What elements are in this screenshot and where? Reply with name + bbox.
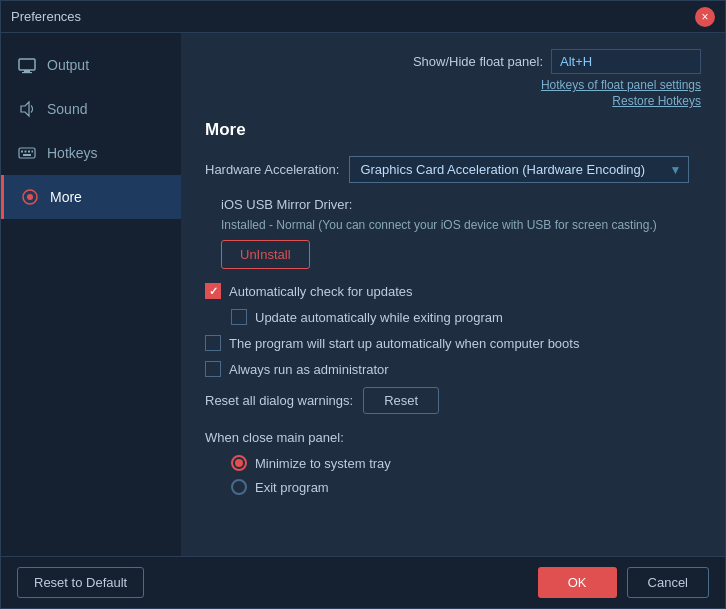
cancel-button[interactable]: Cancel [627,567,709,598]
sidebar-label-more: More [50,189,82,205]
radio-exit[interactable]: Exit program [231,479,701,495]
sidebar: Output Sound [1,33,181,556]
reset-label: Reset all dialog warnings: [205,393,353,408]
preferences-dialog: Preferences × Output [0,0,726,609]
more-icon [20,187,40,207]
reset-button[interactable]: Reset [363,387,439,414]
content-area: Show/Hide float panel: Hotkeys of float … [181,33,725,556]
dialog-body: Output Sound [1,33,725,556]
svg-marker-3 [21,102,29,116]
show-hide-label: Show/Hide float panel: [413,54,543,69]
hardware-label: Hardware Acceleration: [205,162,339,177]
svg-rect-9 [23,154,31,156]
when-close-label: When close main panel: [205,430,701,445]
sidebar-item-hotkeys[interactable]: Hotkeys [1,131,181,175]
sidebar-item-sound[interactable]: Sound [1,87,181,131]
sound-icon [17,99,37,119]
radio-minimize-label: Minimize to system tray [255,456,391,471]
reset-default-button[interactable]: Reset to Default [17,567,144,598]
sidebar-label-hotkeys: Hotkeys [47,145,98,161]
radio-minimize-btn[interactable] [231,455,247,471]
hardware-row: Hardware Acceleration: Graphics Card Acc… [205,156,701,183]
hardware-dropdown-wrapper: Graphics Card Acceleration (Hardware Enc… [349,156,689,183]
reset-row: Reset all dialog warnings: Reset [205,387,701,414]
checkboxes-section: Automatically check for updates Update a… [205,283,701,377]
svg-rect-4 [19,148,35,158]
output-icon [17,55,37,75]
radio-minimize[interactable]: Minimize to system tray [231,455,701,471]
uninstall-button[interactable]: UnInstall [221,240,310,269]
checkbox-run-admin[interactable]: Always run as administrator [205,361,701,377]
ios-status: Installed - Normal (You can connect your… [221,218,701,232]
section-title: More [205,120,701,140]
sidebar-item-output[interactable]: Output [1,43,181,87]
checkbox-auto-update-label: Update automatically while exiting progr… [255,310,503,325]
svg-rect-2 [22,72,32,73]
footer-buttons: OK Cancel [538,567,709,598]
ios-label: iOS USB Mirror Driver: [221,197,701,212]
close-button[interactable]: × [695,7,715,27]
hotkeys-links: Hotkeys of float panel settings Restore … [205,78,701,108]
checkbox-run-admin-label: Always run as administrator [229,362,389,377]
ok-button[interactable]: OK [538,567,617,598]
checkbox-auto-update[interactable]: Update automatically while exiting progr… [231,309,701,325]
hotkeys-float-link[interactable]: Hotkeys of float panel settings [541,78,701,92]
svg-point-11 [27,194,33,200]
svg-rect-6 [25,151,27,153]
ios-section: iOS USB Mirror Driver: Installed - Norma… [221,197,701,269]
svg-rect-1 [24,70,30,72]
svg-rect-0 [19,59,35,70]
radio-exit-label: Exit program [255,480,329,495]
checkbox-auto-start-label: The program will start up automatically … [229,336,579,351]
checkbox-auto-check-label: Automatically check for updates [229,284,413,299]
show-hide-row: Show/Hide float panel: [205,49,701,74]
footer: Reset to Default OK Cancel [1,556,725,608]
hardware-dropdown[interactable]: Graphics Card Acceleration (Hardware Enc… [349,156,689,183]
svg-rect-7 [28,151,30,153]
checkbox-auto-check[interactable]: Automatically check for updates [205,283,701,299]
checkbox-run-admin-box[interactable] [205,361,221,377]
radio-exit-btn[interactable] [231,479,247,495]
show-hide-input[interactable] [551,49,701,74]
restore-hotkeys-link[interactable]: Restore Hotkeys [612,94,701,108]
svg-rect-8 [32,151,34,153]
checkbox-auto-start-box[interactable] [205,335,221,351]
sidebar-label-output: Output [47,57,89,73]
sidebar-label-sound: Sound [47,101,87,117]
title-bar: Preferences × [1,1,725,33]
sidebar-item-more[interactable]: More [1,175,181,219]
dialog-title: Preferences [11,9,81,24]
checkbox-auto-start[interactable]: The program will start up automatically … [205,335,701,351]
hotkeys-icon [17,143,37,163]
svg-rect-5 [21,151,23,153]
checkbox-auto-check-box[interactable] [205,283,221,299]
checkbox-auto-update-box[interactable] [231,309,247,325]
